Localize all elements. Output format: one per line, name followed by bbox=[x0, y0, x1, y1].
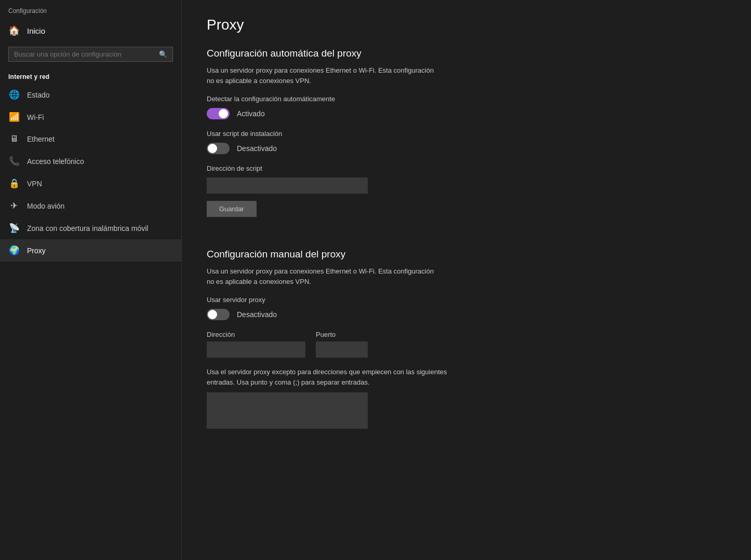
main-content: Proxy Configuración automática del proxy… bbox=[182, 0, 751, 560]
proxy-toggle-row: Desactivado bbox=[207, 309, 726, 320]
address-label: Dirección bbox=[207, 331, 305, 338]
proxy-icon: 🌍 bbox=[8, 245, 20, 256]
sidebar-item-label-proxy: Proxy bbox=[27, 247, 46, 255]
script-toggle-row: Desactivado bbox=[207, 143, 726, 154]
sidebar-item-label-wifi: Wi-Fi bbox=[27, 113, 44, 121]
home-icon: 🏠 bbox=[8, 25, 20, 36]
sidebar-item-label-estado: Estado bbox=[27, 91, 50, 99]
sidebar-item-estado[interactable]: 🌐 Estado bbox=[0, 84, 181, 106]
wifi-icon: 📶 bbox=[8, 112, 20, 122]
sidebar-item-label-acceso: Acceso telefónico bbox=[27, 157, 84, 166]
exceptions-description: Usa el servidor proxy excepto para direc… bbox=[207, 367, 456, 387]
detect-toggle-knob bbox=[219, 109, 228, 118]
address-port-row: Dirección Puerto bbox=[207, 331, 726, 358]
port-input[interactable] bbox=[316, 342, 368, 358]
script-address-input[interactable] bbox=[207, 177, 368, 194]
vpn-icon: 🔒 bbox=[8, 178, 20, 189]
home-button[interactable]: 🏠 Inicio bbox=[0, 19, 181, 43]
save-button[interactable]: Guardar bbox=[207, 201, 257, 217]
port-field-group: Puerto bbox=[316, 331, 368, 358]
detect-label: Detectar la configuración automáticament… bbox=[207, 95, 726, 103]
app-title: Configuración bbox=[0, 0, 181, 19]
search-container: 🔍 bbox=[0, 43, 181, 66]
avion-icon: ✈ bbox=[8, 200, 20, 211]
detect-toggle[interactable] bbox=[207, 108, 230, 119]
zona-icon: 📡 bbox=[8, 223, 20, 234]
sidebar-item-acceso[interactable]: 📞 Acceso telefónico bbox=[0, 150, 181, 172]
script-toggle-knob bbox=[208, 144, 217, 153]
sidebar-item-vpn[interactable]: 🔒 VPN bbox=[0, 172, 181, 195]
search-box[interactable]: 🔍 bbox=[8, 47, 173, 62]
search-input[interactable] bbox=[14, 50, 155, 58]
script-address-label: Dirección de script bbox=[207, 165, 726, 172]
sidebar-item-ethernet[interactable]: 🖥 Ethernet bbox=[0, 128, 181, 150]
sidebar-section-label: Internet y red bbox=[0, 66, 181, 84]
proxy-toggle-knob bbox=[208, 310, 217, 319]
home-label: Inicio bbox=[27, 26, 45, 35]
sidebar-item-label-zona: Zona con cobertura inalámbrica móvil bbox=[27, 224, 148, 233]
auto-section-title: Configuración automática del proxy bbox=[207, 48, 726, 59]
auto-section-description: Usa un servidor proxy para conexiones Et… bbox=[207, 65, 435, 86]
ethernet-icon: 🖥 bbox=[8, 134, 20, 144]
detect-toggle-state: Activado bbox=[237, 110, 265, 118]
acceso-icon: 📞 bbox=[8, 156, 20, 167]
address-input[interactable] bbox=[207, 342, 305, 358]
address-field-group: Dirección bbox=[207, 331, 305, 358]
page-title: Proxy bbox=[207, 17, 726, 33]
sidebar-item-avion[interactable]: ✈ Modo avión bbox=[0, 195, 181, 217]
search-icon: 🔍 bbox=[159, 50, 167, 58]
sidebar-item-label-avion: Modo avión bbox=[27, 202, 64, 210]
proxy-toggle-state: Desactivado bbox=[237, 310, 277, 319]
sidebar-item-zona[interactable]: 📡 Zona con cobertura inalámbrica móvil bbox=[0, 217, 181, 239]
estado-icon: 🌐 bbox=[8, 89, 20, 100]
port-label: Puerto bbox=[316, 331, 368, 338]
sidebar-item-proxy[interactable]: 🌍 Proxy bbox=[0, 239, 181, 262]
sidebar-item-label-ethernet: Ethernet bbox=[27, 135, 55, 143]
manual-section-description: Usa un servidor proxy para conexiones Et… bbox=[207, 266, 435, 286]
proxy-label: Usar servidor proxy bbox=[207, 296, 726, 304]
script-toggle-state: Desactivado bbox=[237, 144, 277, 153]
proxy-toggle[interactable] bbox=[207, 309, 230, 320]
exceptions-textarea[interactable] bbox=[207, 392, 368, 429]
sidebar: Configuración 🏠 Inicio 🔍 Internet y red … bbox=[0, 0, 182, 560]
sidebar-item-wifi[interactable]: 📶 Wi-Fi bbox=[0, 106, 181, 128]
sidebar-item-label-vpn: VPN bbox=[27, 180, 42, 188]
script-toggle[interactable] bbox=[207, 143, 230, 154]
manual-section-title: Configuración manual del proxy bbox=[207, 249, 726, 260]
script-label: Usar script de instalación bbox=[207, 130, 726, 138]
detect-toggle-row: Activado bbox=[207, 108, 726, 119]
divider bbox=[207, 234, 726, 234]
